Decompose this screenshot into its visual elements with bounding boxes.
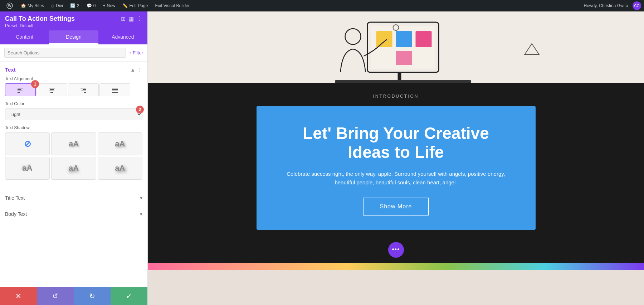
alignment-options: 1: [5, 83, 142, 96]
text-section-header[interactable]: Text ▲ ⋮: [0, 62, 147, 76]
cancel-icon: ✕: [15, 292, 21, 300]
my-sites-menu[interactable]: 🏠 My Sites: [18, 0, 47, 11]
settings-panel: Call To Action Settings ⊞ ▦ ⋮ Preset: De…: [0, 11, 148, 305]
redo-icon: ↻: [89, 292, 95, 300]
cta-subtext: Celebrate success right, the only way, a…: [285, 170, 507, 187]
shadow-4-preview: aA: [69, 164, 79, 173]
shadow-4-btn[interactable]: aA: [51, 157, 96, 180]
panel-content: Text ▲ ⋮ Text Alignment 1: [0, 62, 147, 287]
grid-icon[interactable]: ▦: [128, 15, 134, 22]
panel-title: Call To Action Settings: [5, 15, 75, 23]
edit-page-btn[interactable]: ✏️ Edit Page: [119, 0, 151, 11]
svg-rect-20: [376, 31, 392, 47]
svg-point-26: [345, 29, 361, 44]
badge-2: 2: [136, 106, 144, 113]
home-icon: 🏠: [21, 3, 26, 8]
undo-icon: ↺: [52, 292, 58, 300]
canvas-scroll[interactable]: INTRODUCTION Let' Bring Your Creative Id…: [148, 11, 644, 305]
shadow-5-btn[interactable]: aA: [98, 157, 142, 180]
save-icon: ✓: [126, 292, 132, 300]
chevron-down-icon-2: ▾: [140, 211, 142, 217]
shadow-3-btn[interactable]: aA: [5, 157, 50, 180]
wp-logo[interactable]: W: [3, 0, 16, 11]
canvas-area: INTRODUCTION Let' Bring Your Creative Id…: [148, 11, 644, 305]
search-input[interactable]: [4, 48, 126, 58]
alignment-label: Text Alignment: [5, 76, 142, 81]
align-left-btn[interactable]: 1: [5, 83, 36, 96]
title-text-section[interactable]: Title Text ▾: [0, 190, 147, 206]
illustration-svg: [148, 11, 644, 83]
tab-design[interactable]: Design: [49, 30, 98, 44]
svg-rect-22: [416, 31, 432, 47]
no-shadow-icon: ⊘: [24, 139, 31, 149]
cancel-button[interactable]: ✕: [0, 287, 37, 305]
shadow-none-btn[interactable]: ⊘: [5, 132, 50, 155]
preset-selector[interactable]: Preset: Default: [5, 23, 142, 28]
updates-menu[interactable]: 🔄 2: [67, 0, 82, 11]
svg-marker-29: [525, 44, 539, 54]
text-section: Text ▲ ⋮ Text Alignment 1: [0, 62, 147, 190]
edit-icon: ✏️: [122, 3, 128, 8]
tab-content[interactable]: Content: [0, 30, 49, 44]
intro-section: INTRODUCTION Let' Bring Your Creative Id…: [148, 83, 644, 237]
text-section-body: Text Alignment 1: [0, 76, 147, 190]
chevron-up-icon[interactable]: ▲: [130, 67, 135, 73]
wp-bar-right: Howdy, Christina Gwira CG: [581, 0, 641, 11]
more-icon[interactable]: ⋮: [137, 15, 142, 22]
refresh-icon: 🔄: [70, 3, 75, 8]
new-menu[interactable]: + New: [100, 0, 118, 11]
comments-menu[interactable]: 💬 0: [84, 0, 99, 11]
shadow-label: Text Shadow: [5, 125, 142, 130]
text-section-title: Text: [5, 67, 16, 73]
dots-icon: •••: [392, 246, 400, 253]
action-bar: ✕ ↺ ↻ ✓: [0, 287, 147, 305]
redo-button[interactable]: ↻: [74, 287, 111, 305]
panel-title-icons: ⊞ ▦ ⋮: [121, 15, 142, 22]
search-bar: + Filter: [0, 44, 147, 62]
align-justify-btn[interactable]: [99, 83, 130, 96]
section-icons: ▲ ⋮: [130, 67, 142, 73]
comment-icon: 💬: [87, 3, 92, 8]
divi-menu[interactable]: ◇ Divi: [48, 0, 66, 11]
main-layout: Call To Action Settings ⊞ ▦ ⋮ Preset: De…: [0, 11, 644, 305]
svg-rect-23: [396, 51, 412, 65]
badge-1: 1: [31, 80, 39, 88]
align-right-btn[interactable]: [68, 83, 99, 96]
settings-icon[interactable]: ⋮: [137, 67, 142, 73]
shadow-5-preview: aA: [115, 164, 125, 173]
shadow-1-btn[interactable]: aA: [51, 132, 96, 155]
three-dots-container: •••: [148, 237, 644, 263]
title-text-label: Title Text: [5, 195, 25, 201]
filter-button[interactable]: + Filter: [129, 50, 143, 55]
panel-header: Call To Action Settings ⊞ ▦ ⋮ Preset: De…: [0, 11, 147, 30]
tab-advanced[interactable]: Advanced: [98, 30, 147, 44]
plus-icon: +: [103, 3, 105, 8]
three-dots-button[interactable]: •••: [388, 242, 404, 258]
cta-box: Let' Bring Your Creative Ideas to Life C…: [257, 106, 536, 230]
shadow-2-btn[interactable]: aA: [98, 132, 142, 155]
avatar[interactable]: CG: [633, 1, 641, 10]
divi-icon: ◇: [51, 3, 54, 8]
save-button[interactable]: ✓: [111, 287, 147, 305]
undo-button[interactable]: ↺: [37, 287, 74, 305]
svg-rect-24: [398, 72, 401, 81]
cta-show-more-button[interactable]: Show More: [363, 198, 429, 216]
gradient-strip: [148, 263, 644, 270]
user-greeting[interactable]: Howdy, Christina Gwira: [581, 0, 631, 11]
panel-title-row: Call To Action Settings ⊞ ▦ ⋮: [5, 15, 142, 23]
svg-text:W: W: [8, 4, 11, 8]
color-label: Text Color: [5, 101, 142, 106]
exit-visual-builder-btn[interactable]: Exit Visual Builder: [152, 0, 192, 11]
shadow-3-preview: aA: [23, 164, 33, 173]
cta-heading: Let' Bring Your Creative Ideas to Life: [285, 124, 507, 162]
wp-admin-bar: W 🏠 My Sites ◇ Divi 🔄 2 💬 0 + New ✏️ Edi…: [0, 0, 644, 11]
shadow-1-preview: aA: [69, 139, 79, 149]
fullscreen-icon[interactable]: ⊞: [121, 15, 126, 22]
intro-label: INTRODUCTION: [155, 94, 637, 99]
shadow-grid: ⊘ aA aA aA aA: [5, 132, 142, 180]
svg-rect-21: [396, 31, 412, 47]
align-center-btn[interactable]: [36, 83, 67, 96]
body-text-section[interactable]: Body Text ▾: [0, 206, 147, 222]
color-select[interactable]: Light Dark Custom: [5, 108, 142, 120]
illustration-section: [148, 11, 644, 83]
